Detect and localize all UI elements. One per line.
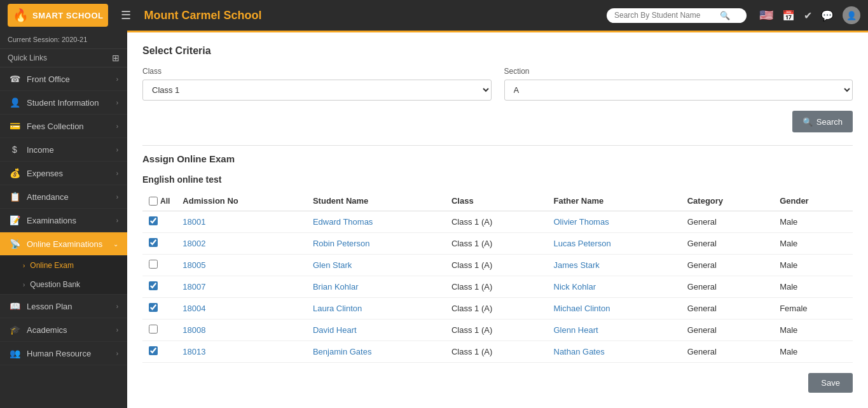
- section-select[interactable]: A B C D: [504, 80, 853, 101]
- table-row: 18005 Glen Stark Class 1 (A) James Stark…: [142, 255, 853, 276]
- sidebar-item-expenses[interactable]: 💰 Expenses ›: [0, 162, 127, 185]
- sidebar-label-academics: Academics: [27, 325, 67, 335]
- student-search-bar[interactable]: 🔍: [607, 8, 747, 23]
- sidebar-item-attendance[interactable]: 📋 Attendance ›: [0, 185, 127, 209]
- sidebar-item-income[interactable]: $ Income ›: [0, 138, 127, 162]
- class-label: Class: [142, 67, 492, 76]
- arrow-icon: ›: [116, 76, 118, 83]
- row-checkbox[interactable]: [149, 325, 158, 334]
- sidebar-item-examinations[interactable]: 📝 Examinations ›: [0, 209, 127, 232]
- class-select[interactable]: Class 1 Class 2 Class 3 Class 4 Class 5: [142, 80, 492, 101]
- father-name-cell: Nathan Gates: [548, 341, 681, 363]
- all-label: All: [160, 197, 170, 206]
- select-all-checkbox[interactable]: [149, 197, 158, 206]
- attendance-icon: 📋: [9, 192, 20, 202]
- search-input[interactable]: [614, 11, 716, 20]
- class-cell: Class 1 (A): [445, 211, 548, 233]
- table-row: 18007 Brian Kohlar Class 1 (A) Nick Kohl…: [142, 276, 853, 298]
- sub-arrow-icon: ›: [23, 281, 25, 288]
- row-checkbox[interactable]: [149, 281, 158, 290]
- table-row: 18013 Benjamin Gates Class 1 (A) Nathan …: [142, 341, 853, 363]
- admission-no-link[interactable]: 18002: [183, 239, 205, 248]
- student-name-link[interactable]: David Heart: [313, 325, 357, 335]
- father-name-cell: James Stark: [548, 255, 681, 276]
- search-button[interactable]: 🔍 Search: [792, 111, 853, 132]
- hamburger-button[interactable]: ☰: [121, 8, 131, 22]
- examinations-icon: 📝: [9, 215, 20, 225]
- admission-no-link[interactable]: 18005: [183, 260, 205, 270]
- calendar-icon[interactable]: 📅: [782, 10, 795, 22]
- logo-text: SMART SCHOOL: [32, 11, 103, 20]
- save-button[interactable]: Save: [808, 373, 853, 393]
- avatar[interactable]: 👤: [843, 6, 860, 24]
- student-name-link[interactable]: Robin Peterson: [313, 239, 370, 248]
- student-name-link[interactable]: Brian Kohlar: [313, 282, 359, 292]
- flag-icon[interactable]: 🇺🇸: [759, 8, 773, 22]
- sub-label-online-exam: Online Exam: [30, 261, 74, 270]
- row-checkbox[interactable]: [149, 216, 158, 225]
- sidebar-item-lesson-plan[interactable]: 📖 Lesson Plan ›: [0, 295, 127, 318]
- student-name-link[interactable]: Laura Clinton: [313, 304, 362, 313]
- th-admission-no: Admission No: [176, 191, 307, 211]
- class-cell: Class 1 (A): [445, 341, 548, 363]
- sidebar-item-student-information[interactable]: 👤 Student Information ›: [0, 91, 127, 115]
- admission-no-cell: 18005: [176, 255, 307, 276]
- student-name-link[interactable]: Benjamin Gates: [313, 347, 372, 356]
- whatsapp-icon[interactable]: 💬: [821, 10, 834, 22]
- admission-no-link[interactable]: 18001: [183, 217, 205, 227]
- row-checkbox-cell: [142, 233, 176, 255]
- sidebar-sub-item-online-exam[interactable]: › Online Exam: [0, 256, 127, 275]
- student-name-cell: Benjamin Gates: [307, 341, 445, 363]
- section-group: Section A B C D: [504, 67, 853, 101]
- sidebar-item-fees-collection[interactable]: 💳 Fees Collection ›: [0, 115, 127, 138]
- father-name-link[interactable]: Nathan Gates: [554, 347, 605, 356]
- sidebar-item-human-resource[interactable]: 👥 Human Resource ›: [0, 342, 127, 365]
- quick-links-label: Quick Links: [8, 53, 47, 62]
- row-checkbox[interactable]: [149, 346, 158, 355]
- student-name-link[interactable]: Glen Stark: [313, 260, 352, 270]
- logo-icon: 🔥: [13, 8, 29, 23]
- logo[interactable]: 🔥 SMART SCHOOL: [8, 4, 108, 27]
- admission-no-cell: 18001: [176, 211, 307, 233]
- father-name-link[interactable]: Lucas Peterson: [554, 239, 611, 248]
- father-name-link[interactable]: Glenn Heart: [554, 325, 598, 335]
- father-name-link[interactable]: Michael Clinton: [554, 304, 610, 313]
- check-icon[interactable]: ✔: [804, 10, 812, 22]
- admission-no-link[interactable]: 18013: [183, 347, 205, 356]
- student-name-link[interactable]: Edward Thomas: [313, 217, 373, 227]
- sidebar: Current Session: 2020-21 Quick Links ⊞ ☎…: [0, 31, 127, 408]
- main-content: Select Criteria Class Class 1 Class 2 Cl…: [127, 31, 868, 408]
- front-office-icon: ☎: [9, 74, 20, 84]
- class-cell: Class 1 (A): [445, 298, 548, 320]
- admission-no-link[interactable]: 18007: [183, 282, 205, 292]
- father-name-cell: Michael Clinton: [548, 298, 681, 320]
- grid-icon[interactable]: ⊞: [112, 53, 120, 63]
- sidebar-item-online-examinations[interactable]: 📡 Online Examinations ⌄: [0, 232, 127, 256]
- category-cell: General: [681, 341, 773, 363]
- th-class: Class: [445, 191, 548, 211]
- sidebar-item-academics[interactable]: 🎓 Academics ›: [0, 318, 127, 342]
- admission-no-link[interactable]: 18008: [183, 325, 205, 335]
- row-checkbox[interactable]: [149, 238, 158, 247]
- sidebar-sub-item-question-bank[interactable]: › Question Bank: [0, 275, 127, 294]
- father-name-link[interactable]: Olivier Thomas: [554, 217, 609, 227]
- section-label: Section: [504, 67, 853, 76]
- th-student-name: Student Name: [307, 191, 445, 211]
- academics-icon: 🎓: [9, 325, 20, 335]
- row-checkbox[interactable]: [149, 260, 158, 269]
- student-name-cell: Laura Clinton: [307, 298, 445, 320]
- class-cell: Class 1 (A): [445, 320, 548, 341]
- online-exam-submenu: › Online Exam › Question Bank: [0, 256, 127, 295]
- father-name-link[interactable]: James Stark: [554, 260, 600, 270]
- sidebar-label-lesson-plan: Lesson Plan: [27, 302, 72, 311]
- session-info: Current Session: 2020-21: [0, 31, 127, 49]
- students-table: All Admission No Student Name Class Fath…: [142, 191, 853, 363]
- admission-no-link[interactable]: 18004: [183, 304, 205, 313]
- father-name-link[interactable]: Nick Kohlar: [554, 282, 596, 292]
- row-checkbox-cell: [142, 211, 176, 233]
- gender-cell: Male: [773, 276, 853, 298]
- admission-no-cell: 18004: [176, 298, 307, 320]
- sidebar-item-front-office[interactable]: ☎ Front Office ›: [0, 67, 127, 91]
- row-checkbox[interactable]: [149, 303, 158, 312]
- student-name-cell: David Heart: [307, 320, 445, 341]
